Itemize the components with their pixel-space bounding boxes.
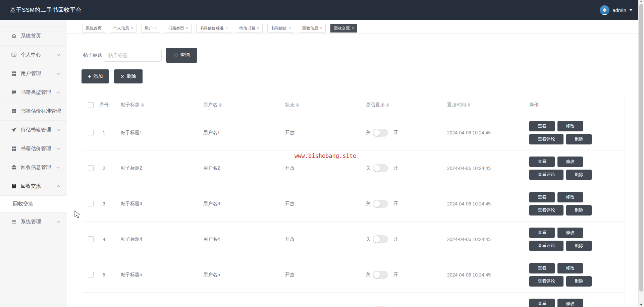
header-cell-pin_time[interactable]: 置顶时间	[445, 102, 525, 108]
view-button[interactable]: 查看	[529, 192, 555, 202]
sidebar-item-users[interactable]: 用户管理	[0, 64, 67, 83]
tab-close-icon[interactable]: ×	[225, 26, 228, 30]
sidebar-item-system[interactable]: 系统管理	[0, 212, 67, 231]
edit-button[interactable]: 修改	[557, 192, 583, 202]
tab-close-icon[interactable]: ×	[131, 26, 133, 30]
tab-book-types[interactable]: 书籍类型×	[165, 24, 192, 33]
tab-close-icon[interactable]: ×	[154, 26, 157, 30]
user-menu[interactable]: admin	[600, 0, 633, 20]
delete-button[interactable]: 删除	[566, 241, 592, 251]
tab-close-icon[interactable]: ×	[288, 26, 291, 30]
scrollbar-down-arrow-icon[interactable]	[640, 304, 643, 306]
pin-toggle[interactable]	[373, 271, 388, 279]
sidebar-item-profile[interactable]: 个人中心	[0, 46, 67, 64]
delete-button[interactable]: 删除	[566, 134, 592, 144]
sort-desc-icon[interactable]	[468, 105, 470, 107]
tab-profile-info[interactable]: 个人信息×	[110, 24, 137, 33]
sort-asc-icon[interactable]	[219, 103, 222, 105]
view-button[interactable]: 查看	[529, 228, 555, 238]
row-checkbox[interactable]	[88, 201, 94, 206]
delete-button[interactable]: ✕ 删除	[114, 69, 143, 83]
header-cell-pinned[interactable]: 是否置顶	[364, 102, 445, 108]
tab-close-icon[interactable]: ×	[186, 26, 188, 30]
view-comments-button[interactable]: 查看评论	[529, 134, 564, 144]
sidebar-subitem-label: 回收交流	[13, 201, 33, 207]
row-checkbox[interactable]	[88, 130, 94, 135]
tab-users[interactable]: 用户×	[141, 24, 160, 33]
cell-actions: 查看修改查看评论删除	[525, 121, 625, 144]
sort-icon[interactable]	[141, 103, 144, 107]
add-button[interactable]: + 添加	[82, 69, 109, 83]
tab-valuations[interactable]: 书籍估价×	[267, 24, 294, 33]
header-cell-index: 序号	[97, 102, 117, 108]
sidebar-subitem-recycle-chat-sub[interactable]: 回收交流	[0, 196, 67, 212]
edit-button[interactable]: 修改	[557, 121, 583, 131]
sort-asc-icon[interactable]	[141, 103, 144, 105]
sidebar-item-home[interactable]: 系统首页	[0, 27, 67, 46]
sort-desc-icon[interactable]	[141, 105, 144, 107]
delete-button[interactable]: 删除	[566, 170, 592, 180]
view-button[interactable]: 查看	[529, 157, 555, 167]
cell-actions: 查看修改查看评论删除	[525, 157, 625, 180]
tab-pending-books[interactable]: 待估书籍×	[236, 24, 263, 33]
sort-desc-icon[interactable]	[219, 105, 222, 107]
view-button[interactable]: 查看	[529, 299, 555, 307]
view-comments-button[interactable]: 查看评论	[529, 276, 564, 287]
page-scrollbar[interactable]	[638, 0, 644, 307]
row-checkbox[interactable]	[88, 236, 94, 242]
sort-icon[interactable]	[468, 103, 470, 107]
cell-post-title: 帖子标题2	[117, 165, 201, 171]
edit-button[interactable]: 修改	[557, 263, 583, 273]
toggle-knob	[373, 236, 380, 243]
search-input[interactable]	[104, 49, 162, 62]
tab-close-icon[interactable]: ×	[352, 26, 354, 30]
select-all-checkbox[interactable]	[88, 102, 94, 108]
edit-button[interactable]: 修改	[557, 228, 583, 238]
pin-toggle[interactable]	[373, 200, 388, 208]
sidebar-item-book-types[interactable]: 书籍类型管理	[0, 83, 67, 102]
scrollbar-thumb[interactable]	[639, 4, 643, 292]
sort-asc-icon[interactable]	[468, 103, 470, 105]
briefcase-icon	[11, 165, 17, 170]
pin-toggle[interactable]	[373, 164, 388, 172]
header-cell-user[interactable]: 用户名	[201, 102, 283, 108]
tab-close-icon[interactable]: ×	[257, 26, 259, 30]
delete-button[interactable]: 删除	[566, 276, 592, 287]
view-comments-button[interactable]: 查看评论	[529, 241, 564, 251]
sort-icon[interactable]	[386, 103, 389, 107]
tab-label: 书籍类型	[168, 25, 184, 31]
query-button[interactable]: ♡ 查询	[166, 48, 197, 63]
pin-toggle[interactable]	[373, 235, 388, 243]
pin-toggle[interactable]	[373, 129, 388, 137]
tab-valuation-standards[interactable]: 书籍估价标准×	[196, 24, 231, 33]
sidebar-item-pending-books[interactable]: 待估书籍管理	[0, 121, 67, 139]
tab-recycle-info[interactable]: 回收信息×	[299, 24, 326, 33]
sort-icon[interactable]	[219, 103, 222, 107]
sort-icon[interactable]	[296, 103, 299, 107]
sort-desc-icon[interactable]	[386, 105, 389, 107]
sort-desc-icon[interactable]	[296, 105, 299, 107]
row-checkbox[interactable]	[88, 272, 94, 278]
view-comments-button[interactable]: 查看评论	[529, 205, 564, 216]
sidebar-item-valuation-standards[interactable]: 书籍估价标准管理	[0, 102, 67, 121]
tab-home[interactable]: 系统首页	[82, 24, 105, 33]
view-button[interactable]: 查看	[529, 263, 555, 273]
send-icon	[11, 127, 17, 133]
view-comments-button[interactable]: 查看评论	[529, 170, 564, 180]
header-cell-status[interactable]: 状态	[283, 102, 364, 108]
edit-button[interactable]: 修改	[557, 157, 583, 167]
header-cell-title[interactable]: 帖子标题	[117, 102, 201, 108]
sidebar-item-recycle-chat[interactable]: 回收交流	[0, 177, 67, 196]
sidebar-item-recycle-info[interactable]: 回收信息管理	[0, 158, 67, 177]
tab-recycle-chat[interactable]: 回收交流×	[330, 24, 357, 33]
sort-asc-icon[interactable]	[296, 103, 299, 105]
sort-asc-icon[interactable]	[386, 103, 389, 105]
chevron-down-icon	[56, 129, 60, 131]
sidebar-item-valuations[interactable]: 书籍估价管理	[0, 139, 67, 158]
tab-close-icon[interactable]: ×	[320, 26, 322, 30]
delete-button[interactable]: 删除	[566, 205, 592, 216]
row-checkbox[interactable]	[88, 165, 94, 171]
view-button[interactable]: 查看	[529, 121, 555, 131]
scrollbar-up-arrow-icon[interactable]	[640, 0, 643, 2]
edit-button[interactable]: 修改	[557, 299, 583, 307]
